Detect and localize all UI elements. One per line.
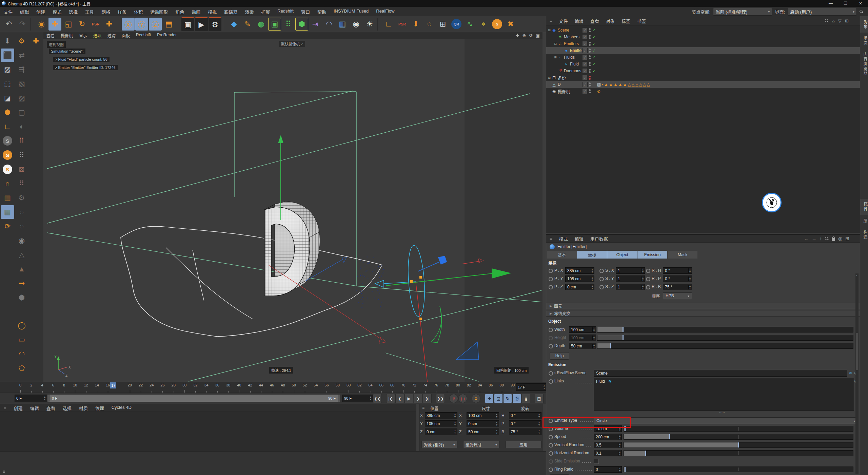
viewport-menu-3[interactable]: 选项 [90, 33, 104, 38]
main-menu-11[interactable]: 动画 [188, 8, 204, 15]
daemon-tag-icon[interactable]: ▲ [604, 82, 608, 87]
redo-icon[interactable]: ↷ [16, 18, 29, 31]
dots-hide-icon[interactable]: ◌ [15, 205, 28, 219]
am-menu-1[interactable]: 编辑 [571, 235, 587, 242]
daemon-tag-icon[interactable]: △ [647, 82, 650, 87]
tree-row-Fluids[interactable]: ⊟≈Fluids∕✓ [546, 54, 860, 61]
layer-toggle[interactable]: ∕ [582, 34, 588, 40]
collapse-icon[interactable]: ⊟ [554, 42, 557, 45]
volume-builder-icon[interactable]: ▣ [268, 18, 281, 31]
keyframe-dot[interactable] [599, 269, 604, 273]
vp-rotate-icon[interactable]: ⟳ [528, 33, 534, 38]
vp-pan-icon[interactable]: ✚ [515, 33, 520, 38]
tree-row-Emitter[interactable]: ●Emitter∕✓ [546, 47, 860, 54]
main-menu-3[interactable]: 模式 [49, 8, 65, 15]
main-menu-18[interactable]: 帮助 [314, 8, 330, 15]
axis-mode-icon[interactable]: ∟ [1, 120, 14, 133]
kf-scale-button[interactable]: ◱ [494, 394, 503, 403]
z-axis-lock-icon[interactable]: Ⓩ [149, 18, 162, 31]
keyframe-dot[interactable] [549, 443, 553, 448]
scale-icon[interactable]: ◱ [62, 18, 75, 31]
main-menu-16[interactable]: Redshift [274, 8, 297, 15]
daemon-tag-icon[interactable]: ▲ [623, 82, 627, 87]
volume-slider[interactable] [624, 426, 853, 432]
array-grid-icon[interactable]: ⊞ [436, 18, 449, 31]
enabled-check-icon[interactable]: ✓ [592, 55, 596, 60]
coord-value-field[interactable]: 0 °▴▾ [509, 412, 541, 419]
coord-system-icon[interactable]: ⬒ [162, 18, 175, 31]
texture-mode-icon[interactable]: ▨ [1, 63, 14, 76]
guide-lines-icon[interactable]: ⇶ [15, 63, 28, 76]
daemon-tag-icon[interactable]: △ [628, 82, 631, 87]
value-field[interactable]: 0 °▴▾ [663, 276, 692, 282]
live-select-tool-icon[interactable]: ◯ [15, 319, 28, 332]
enabled-check-icon[interactable]: ✓ [592, 35, 596, 39]
range-handle-right[interactable] [338, 395, 340, 402]
viewport-menu-7[interactable]: ProRender [154, 33, 180, 38]
viewport-menu-2[interactable]: 显示 [76, 33, 90, 38]
rotate-icon[interactable]: ↻ [76, 18, 88, 31]
list-resize-handle[interactable]: ∙∙∙∙∙ [719, 411, 725, 414]
goto-end-button[interactable]: ❯❯ [436, 394, 445, 403]
slider-handle[interactable] [738, 442, 739, 448]
workplane-icon[interactable]: ▦ [1, 191, 14, 205]
daemon-tag-icon[interactable]: △ [631, 82, 634, 87]
next-key-button[interactable]: ❯| [423, 394, 432, 403]
voxel-cubes-icon[interactable]: ⬢ [295, 18, 308, 31]
visibility-dots[interactable] [589, 82, 591, 87]
polygon-mode-icon[interactable]: ⬢ [1, 106, 14, 119]
layer-toggle[interactable]: ∕ [582, 89, 588, 94]
expand-icon[interactable]: ⊞ [548, 76, 551, 79]
keyframe-dot[interactable] [646, 269, 650, 273]
viewport-menu-5[interactable]: 面板 [119, 33, 133, 38]
tab-Object[interactable]: Object [607, 251, 637, 259]
slider-handle[interactable] [669, 434, 670, 439]
goto-start-button[interactable]: ❮❮ [373, 394, 382, 403]
coord-value-field[interactable]: 105 cm▴▾ [425, 420, 457, 427]
close-button[interactable]: ✕ [853, 0, 868, 7]
main-menu-0[interactable]: 文件 [0, 8, 16, 15]
dots-show-icon[interactable]: ◉ [15, 234, 28, 247]
current-frame-marker[interactable]: 17 [110, 382, 116, 388]
main-menu-8[interactable]: 体积 [130, 8, 146, 15]
coord-value-field[interactable]: 100 cm▴▾ [467, 412, 499, 419]
keyframe-dot[interactable] [549, 371, 553, 376]
om-filter-icon[interactable]: ▽ [838, 18, 842, 23]
record-key-button[interactable]: ⚷ [449, 394, 458, 403]
viewport-menu-6[interactable]: Redshift [133, 33, 154, 38]
help-button[interactable]: Help [550, 352, 569, 360]
collapse-icon[interactable]: ⊟ [554, 56, 557, 59]
am-menu-0[interactable]: 模式 [556, 235, 571, 242]
keyframe-dot[interactable] [549, 451, 553, 456]
autokey-button[interactable]: ( ) [458, 394, 467, 403]
am-forward-icon[interactable]: → [812, 236, 816, 241]
order-select[interactable]: HPB▾ [663, 292, 692, 299]
visibility-dots[interactable] [589, 35, 591, 39]
value-field[interactable]: 50 cm▴▾ [569, 343, 596, 349]
link-target-icon[interactable]: ≋ [849, 370, 852, 375]
model-mode-icon[interactable]: ⬛ [1, 49, 14, 62]
links-list-field[interactable]: Fluid≋ [594, 378, 854, 411]
tree-row-备份[interactable]: ⊞⊡备份∕ [546, 74, 860, 81]
viewport-menu-1[interactable]: 摄像机 [58, 33, 76, 38]
target-icon[interactable]: ⌖ [477, 18, 490, 31]
om-menu-5[interactable]: 书签 [634, 18, 649, 24]
move-icon[interactable]: ✚ [48, 18, 61, 31]
size-mode-select[interactable]: 绝对尺寸▾ [463, 441, 499, 448]
tree-row-Meshers[interactable]: ✶Meshers∕✓ [546, 34, 860, 40]
vp-maximize-icon[interactable]: ▣ [535, 33, 540, 38]
tree-row-Scene[interactable]: ⊟◆Scene∕✓ [546, 27, 860, 34]
vertical-random-slider[interactable] [624, 442, 853, 448]
next-frame-button[interactable]: ❯ [414, 394, 422, 403]
speed-field[interactable]: 200 cm▴▾ [594, 434, 622, 440]
x-axis-lock-icon[interactable]: Ⓧ [122, 18, 135, 31]
render-view-icon[interactable]: ▣ [181, 17, 194, 31]
side-tab-属性[interactable]: 属性 [861, 199, 868, 215]
visibility-dots[interactable] [589, 49, 591, 53]
search-icon[interactable] [860, 10, 863, 14]
last-tool-icon[interactable]: ✚ [103, 18, 116, 31]
main-menu-19[interactable]: INSYDIUM Fused [330, 8, 372, 15]
apply-button[interactable]: 应用 [506, 441, 541, 448]
render-settings-icon[interactable]: ⚙ [209, 17, 221, 31]
dots-gear-icon[interactable]: ⚙ [15, 191, 28, 205]
